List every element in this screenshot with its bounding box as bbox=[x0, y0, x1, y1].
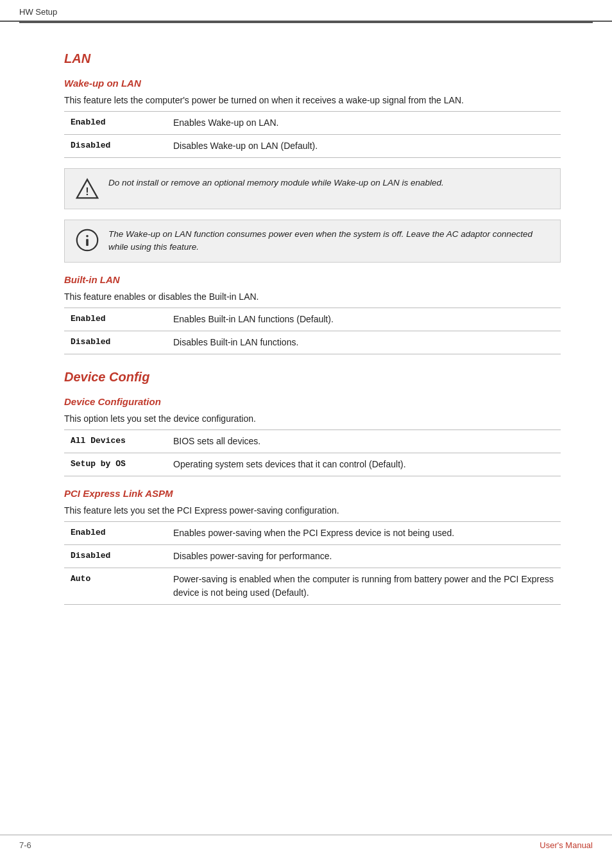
page-content: LAN Wake-up on LAN This feature lets the… bbox=[0, 23, 612, 646]
wakeup-lan-description: This feature lets the computer's power b… bbox=[64, 94, 561, 107]
svg-rect-4 bbox=[86, 239, 89, 246]
option-value: Operating system sets devices that it ca… bbox=[167, 453, 561, 476]
builtin-lan-title: Built-in LAN bbox=[64, 274, 561, 285]
info-icon bbox=[75, 228, 99, 252]
table-row: Disabled Disables Built-in LAN functions… bbox=[64, 331, 561, 354]
subsection-wakeup-lan: Wake-up on LAN This feature lets the com… bbox=[64, 78, 561, 263]
option-value: BIOS sets all devices. bbox=[167, 430, 561, 453]
lan-section-title: LAN bbox=[64, 51, 561, 66]
pci-express-aspm-title: PCI Express Link ASPM bbox=[64, 488, 561, 499]
page-footer: 7-6 User's Manual bbox=[0, 835, 612, 855]
wakeup-lan-title: Wake-up on LAN bbox=[64, 78, 561, 89]
option-key: Disabled bbox=[64, 135, 167, 158]
option-key: Auto bbox=[64, 568, 167, 604]
device-config-section-title: Device Config bbox=[64, 370, 561, 385]
table-row: Setup by OS Operating system sets device… bbox=[64, 453, 561, 476]
option-key: Disabled bbox=[64, 544, 167, 568]
device-configuration-description: This option lets you set the device conf… bbox=[64, 412, 561, 426]
info-notice-text: The Wake-up on LAN function consumes pow… bbox=[108, 228, 550, 254]
option-value: Enables Built-in LAN functions (Default)… bbox=[167, 308, 561, 331]
header-title: HW Setup bbox=[19, 7, 57, 17]
builtin-lan-options: Enabled Enables Built-in LAN functions (… bbox=[64, 308, 561, 354]
table-row: Enabled Enables power-saving when the PC… bbox=[64, 521, 561, 544]
page-header: HW Setup bbox=[0, 0, 612, 22]
option-key: Enabled bbox=[64, 308, 167, 331]
builtin-lan-description: This feature enables or disables the Bui… bbox=[64, 290, 561, 304]
svg-text:!: ! bbox=[85, 186, 89, 197]
table-row: All Devices BIOS sets all devices. bbox=[64, 430, 561, 453]
option-value: Enables Wake-up on LAN. bbox=[167, 112, 561, 135]
option-key: Disabled bbox=[64, 331, 167, 354]
table-row: Disabled Disables Wake-up on LAN (Defaul… bbox=[64, 135, 561, 158]
pci-express-aspm-options: Enabled Enables power-saving when the PC… bbox=[64, 521, 561, 605]
footer-page-number: 7-6 bbox=[19, 840, 31, 850]
option-value: Enables power-saving when the PCI Expres… bbox=[167, 521, 561, 544]
device-configuration-title: Device Configuration bbox=[64, 396, 561, 407]
warning-notice-text: Do not install or remove an optional mem… bbox=[108, 177, 444, 189]
svg-point-3 bbox=[86, 235, 89, 238]
section-device-config: Device Config Device Configuration This … bbox=[64, 370, 561, 605]
footer-manual-title: User's Manual bbox=[540, 840, 593, 850]
subsection-builtin-lan: Built-in LAN This feature enables or dis… bbox=[64, 274, 561, 354]
option-value: Disables Built-in LAN functions. bbox=[167, 331, 561, 354]
option-value: Disables power-saving for performance. bbox=[167, 544, 561, 568]
option-key: All Devices bbox=[64, 430, 167, 453]
table-row: Enabled Enables Built-in LAN functions (… bbox=[64, 308, 561, 331]
subsection-device-configuration: Device Configuration This option lets yo… bbox=[64, 396, 561, 476]
option-key: Enabled bbox=[64, 112, 167, 135]
option-value: Disables Wake-up on LAN (Default). bbox=[167, 135, 561, 158]
pci-express-aspm-description: This feature lets you set the PCI Expres… bbox=[64, 504, 561, 517]
table-row: Enabled Enables Wake-up on LAN. bbox=[64, 112, 561, 135]
info-notice: The Wake-up on LAN function consumes pow… bbox=[64, 220, 561, 263]
device-configuration-options: All Devices BIOS sets all devices. Setup… bbox=[64, 430, 561, 476]
wakeup-lan-options: Enabled Enables Wake-up on LAN. Disabled… bbox=[64, 111, 561, 158]
table-row: Auto Power-saving is enabled when the co… bbox=[64, 568, 561, 604]
option-key: Setup by OS bbox=[64, 453, 167, 476]
warning-icon: ! bbox=[75, 177, 99, 201]
section-lan: LAN Wake-up on LAN This feature lets the… bbox=[64, 51, 561, 354]
warning-notice: ! Do not install or remove an optional m… bbox=[64, 168, 561, 209]
table-row: Disabled Disables power-saving for perfo… bbox=[64, 544, 561, 568]
option-value: Power-saving is enabled when the compute… bbox=[167, 568, 561, 604]
subsection-pci-express-aspm: PCI Express Link ASPM This feature lets … bbox=[64, 488, 561, 605]
option-key: Enabled bbox=[64, 521, 167, 544]
